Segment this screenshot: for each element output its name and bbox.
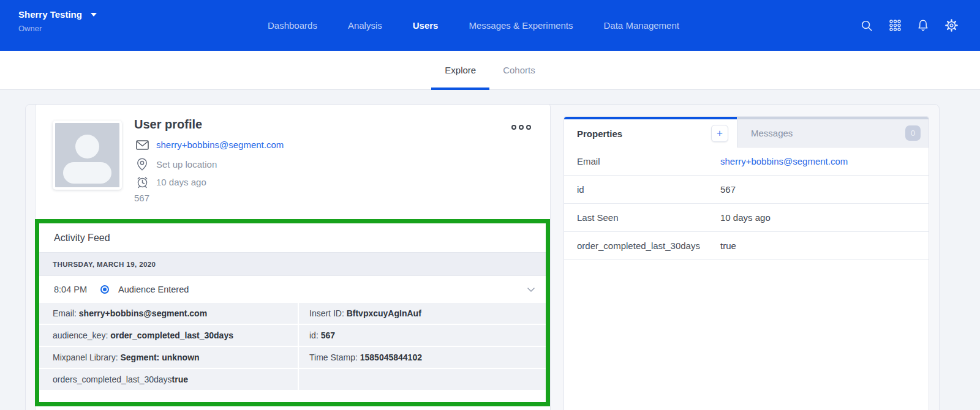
detail-value: Segment: unknown bbox=[121, 352, 200, 362]
property-key: Last Seen bbox=[577, 212, 720, 223]
table-row: orders_completed_last_30daystrue bbox=[39, 369, 546, 391]
profile-location-row: Set up location bbox=[135, 158, 217, 171]
table-row: id 567 bbox=[564, 176, 929, 204]
last-seen-text: 10 days ago bbox=[156, 177, 206, 187]
kebab-dot-icon bbox=[511, 125, 516, 130]
detail-value: true bbox=[172, 375, 188, 384]
settings-gear-icon[interactable] bbox=[944, 19, 958, 32]
top-nav-bar: Sherry Testing Owner Dashboards Analysis… bbox=[0, 0, 980, 51]
detail-label: audience_key: bbox=[53, 330, 110, 340]
project-name: Sherry Testing bbox=[18, 9, 82, 20]
project-role: Owner bbox=[18, 24, 97, 33]
table-row: Email sherry+bobbins@segment.com bbox=[564, 147, 929, 176]
user-id-text: 567 bbox=[134, 193, 149, 203]
envelope-icon bbox=[135, 140, 149, 150]
table-row: Last Seen 10 days ago bbox=[564, 204, 929, 232]
chevron-down-icon bbox=[91, 13, 97, 17]
properties-panel: Properties + Messages 0 Email sherry+bob… bbox=[564, 116, 929, 410]
property-key: Email bbox=[577, 156, 720, 166]
detail-label: Insert ID: bbox=[309, 308, 347, 318]
tab-properties[interactable]: Properties + bbox=[564, 117, 737, 147]
property-key: order_completed_last_30days bbox=[577, 240, 720, 251]
event-time: 8:04 PM bbox=[54, 285, 100, 294]
table-row: order_completed_last_30days true bbox=[564, 232, 929, 260]
more-options-button[interactable] bbox=[511, 125, 531, 130]
event-properties-table: Email: sherry+bobbins@segment.com Insert… bbox=[39, 303, 546, 391]
tab-cohorts[interactable]: Cohorts bbox=[503, 51, 535, 89]
profile-email-row: sherry+bobbins@segment.com bbox=[135, 140, 284, 150]
page-title: User profile bbox=[134, 117, 202, 132]
location-pin-icon bbox=[135, 158, 149, 171]
tab-messages-label: Messages bbox=[751, 128, 793, 138]
notifications-bell-icon[interactable] bbox=[916, 19, 930, 32]
detail-label: Mixpanel Library: bbox=[53, 352, 121, 362]
avatar-silhouette bbox=[75, 135, 99, 158]
table-row: Email: sherry+bobbins@segment.com Insert… bbox=[39, 303, 546, 325]
tab-properties-label: Properties bbox=[577, 129, 622, 139]
section-tabs: Explore Cohorts bbox=[0, 51, 980, 90]
detail-value: BftvpxcuyAgInAuf bbox=[347, 308, 421, 318]
activity-feed-panel: Activity Feed THURSDAY, MARCH 19, 2020 8… bbox=[35, 219, 550, 406]
search-icon[interactable] bbox=[860, 19, 873, 32]
tab-messages[interactable]: Messages 0 bbox=[737, 117, 929, 147]
event-name: Audience Entered bbox=[118, 285, 189, 294]
audience-event-icon bbox=[100, 285, 109, 294]
property-value: true bbox=[720, 240, 736, 251]
detail-value: 1585045844102 bbox=[360, 352, 422, 362]
properties-tabs: Properties + Messages 0 bbox=[564, 117, 929, 147]
detail-value: order_completed_last_30days bbox=[110, 330, 233, 340]
property-key: id bbox=[577, 184, 720, 195]
detail-value: 567 bbox=[321, 330, 335, 340]
topbar-icons bbox=[860, 0, 958, 51]
activity-date-header: THURSDAY, MARCH 19, 2020 bbox=[39, 253, 546, 276]
table-row: Mixpanel Library: Segment: unknown Time … bbox=[39, 347, 546, 369]
detail-label: id: bbox=[309, 330, 321, 340]
detail-label: Time Stamp: bbox=[309, 352, 360, 362]
tab-cohorts-label: Cohorts bbox=[503, 65, 535, 75]
tab-explore-label: Explore bbox=[445, 65, 476, 75]
nav-dashboards[interactable]: Dashboards bbox=[268, 20, 317, 31]
alarm-clock-icon bbox=[135, 176, 149, 188]
messages-count-badge: 0 bbox=[905, 125, 921, 141]
main-nav: Dashboards Analysis Users Messages & Exp… bbox=[268, 0, 679, 51]
project-switcher[interactable]: Sherry Testing Owner bbox=[18, 9, 97, 33]
profile-email-link[interactable]: sherry+bobbins@segment.com bbox=[156, 140, 284, 150]
avatar bbox=[53, 121, 122, 190]
detail-value: sherry+bobbins@segment.com bbox=[79, 308, 207, 318]
add-property-button[interactable]: + bbox=[711, 125, 728, 142]
detail-label: Email: bbox=[53, 308, 79, 318]
profile-last-seen-row: 10 days ago bbox=[135, 176, 206, 188]
property-value-email-link[interactable]: sherry+bobbins@segment.com bbox=[720, 156, 848, 166]
property-value: 10 days ago bbox=[720, 212, 771, 223]
nav-data-management[interactable]: Data Management bbox=[604, 20, 679, 31]
tab-explore[interactable]: Explore bbox=[445, 51, 476, 89]
activity-feed-title: Activity Feed bbox=[39, 223, 546, 253]
set-up-location-link[interactable]: Set up location bbox=[156, 159, 217, 170]
nav-users[interactable]: Users bbox=[413, 20, 439, 31]
property-value: 567 bbox=[720, 184, 736, 195]
activity-event-row[interactable]: 8:04 PM Audience Entered bbox=[39, 276, 546, 303]
table-row: audience_key: order_completed_last_30day… bbox=[39, 325, 546, 347]
chevron-down-icon[interactable] bbox=[527, 288, 535, 292]
detail-label: orders_completed_last_30days bbox=[53, 375, 172, 384]
nav-messages-experiments[interactable]: Messages & Experiments bbox=[469, 20, 573, 31]
nav-analysis[interactable]: Analysis bbox=[348, 20, 382, 31]
apps-grid-icon[interactable] bbox=[888, 19, 902, 32]
